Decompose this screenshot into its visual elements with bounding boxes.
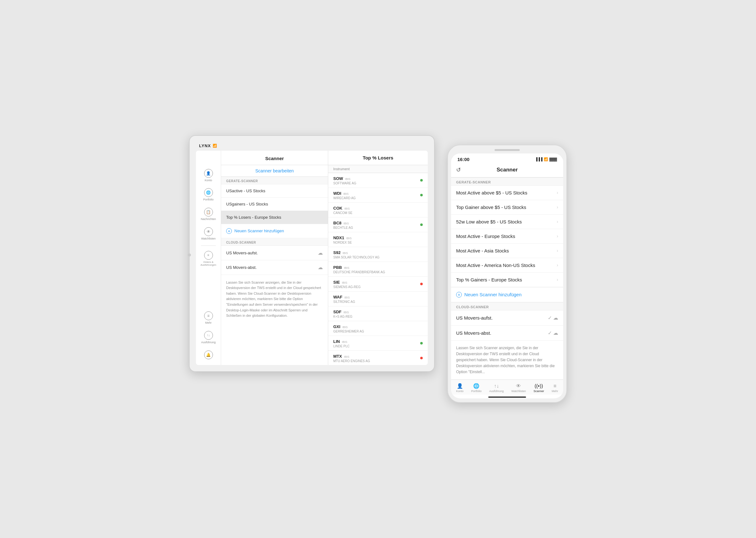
signal-icon: ▐▐▐	[535, 157, 543, 161]
sidebar-item-bell[interactable]: 🔔	[196, 348, 221, 362]
result-row[interactable]: SIE IBIS SIEMENS AG-REG	[328, 277, 428, 292]
phone-cloud-item[interactable]: US Movers-abst. ✓ ☁	[451, 326, 563, 341]
sidebar-label-konto: Konto	[205, 179, 212, 182]
phone-gerate-item-label: Most Active - Asia Stocks	[456, 248, 509, 253]
result-exchange: IBIS	[343, 311, 349, 314]
refresh-icon[interactable]: ↺	[456, 166, 461, 173]
sidebar-label-ausfuhrung: Ausführung	[201, 341, 215, 344]
result-row[interactable]: GXI IBIS GERRESHEIMER AG	[328, 321, 428, 336]
phone-tab-konto[interactable]: 👤 Konto	[453, 382, 466, 393]
result-ticker: COK	[333, 206, 342, 211]
scanner-list-panel: Scanner Scanner bearbeiten GERATE-SCANNE…	[221, 151, 328, 365]
result-row[interactable]: SOW IBIS SOFTWARE AG	[328, 173, 428, 188]
result-ticker: SIE	[333, 280, 340, 285]
result-name: LINDE PLC	[333, 345, 350, 348]
phone-gerate-item[interactable]: Top % Gainers - Europe Stocks ›	[451, 273, 563, 287]
phone-tab-scanner[interactable]: ((•)) Scanner	[531, 383, 547, 393]
phone-gerate-list: Most Active above $5 - US Stocks › Top G…	[451, 186, 563, 287]
result-status-dot	[420, 357, 423, 359]
gerate-section-label: GERATE-SCANNER	[221, 177, 328, 185]
tablet-side-button	[188, 253, 191, 256]
result-ticker: WAF	[333, 295, 342, 299]
phone-gerate-item-label: 52w Low above $5 - US Stocks	[456, 219, 522, 224]
tablet-logo: LYNX	[199, 143, 211, 148]
results-header: Top % Losers	[328, 151, 428, 165]
result-row[interactable]: COK IBIS CANCOM SE	[328, 203, 428, 217]
phone-gerate-item[interactable]: Most Active - Asia Stocks ›	[451, 243, 563, 258]
phone-tab-mehr[interactable]: ≡ Mehr	[549, 383, 561, 393]
phone-gerate-item[interactable]: Most Active - America Non-US Stocks ›	[451, 258, 563, 273]
tab-label: Scanner	[534, 390, 544, 393]
result-row[interactable]: SDF IBIS K+S AG-REG	[328, 306, 428, 321]
scanner-add-button[interactable]: + Neuen Scanner hinzufügen	[221, 224, 328, 238]
chevron-right-icon: ›	[557, 190, 558, 195]
sidebar-bottom: ≡ Mehr ↑↓ Ausführung 🔔	[196, 309, 221, 365]
results-list: SOW IBIS SOFTWARE AG WDI IBIS WIRECARD A…	[328, 173, 428, 365]
result-row[interactable]: NDX1 IBIS NORDEX SE	[328, 232, 428, 247]
phone-tab-watchlisten[interactable]: 👁 Watchlisten	[509, 383, 528, 393]
phone-cloud-item[interactable]: US Movers-aufst. ✓ ☁	[451, 310, 563, 326]
phone-device: 16:00 ▐▐▐ 📶 ▓▓▓ ↺ Scanner GERATE-SCANNER…	[447, 145, 567, 403]
sidebar-item-watchlisten[interactable]: 👁 Watchlisten	[196, 225, 221, 243]
phone-gerate-item-label: Top % Gainers - Europe Stocks	[456, 277, 522, 282]
tab-icon: ≡	[553, 383, 556, 389]
tab-label: Ausführung	[489, 390, 504, 393]
scanner-item-usactive[interactable]: USactive - US Stocks	[221, 185, 328, 198]
phone-tab-ausführung[interactable]: ↑↓ Ausführung	[487, 383, 506, 393]
sidebar-item-nachrichten[interactable]: 📋 Nachrichten	[196, 205, 221, 224]
result-info: SOW IBIS SOFTWARE AG	[333, 176, 356, 185]
result-status-dot	[420, 297, 423, 300]
result-exchange: IBIS	[346, 237, 352, 240]
result-status-dot	[420, 312, 423, 315]
phone-add-button[interactable]: + Neuen Scanner hinzufügen	[451, 287, 563, 302]
sidebar-label-portfolio: Portfolio	[203, 198, 213, 201]
cloud-upload-icon: ☁	[318, 250, 323, 256]
result-row[interactable]: BC8 IBIS BECHTLE AG	[328, 217, 428, 232]
result-name: MTU AERO ENGINES AG	[333, 359, 370, 363]
results-panel: Top % Losers Instrument SOW IBIS SOFTWAR…	[328, 151, 428, 365]
result-row[interactable]: WDI IBIS WIRECARD AG	[328, 188, 428, 203]
result-exchange: IBIS	[344, 355, 349, 358]
cloud-item-abst[interactable]: US Movers-abst. ☁	[221, 260, 328, 275]
scanner-item-usgainers[interactable]: USgainers - US Stocks	[221, 198, 328, 211]
result-info: MTX IBIS MTU AERO ENGINES AG	[333, 353, 370, 363]
tab-label: Portfolio	[471, 390, 482, 393]
phone-gerate-item[interactable]: 52w Low above $5 - US Stocks ›	[451, 215, 563, 229]
scanner-add-label: Neuen Scanner hinzufügen	[234, 229, 284, 233]
result-exchange: IBIS	[342, 281, 347, 284]
result-info: SDF IBIS K+S AG-REG	[333, 309, 353, 318]
result-status-dot	[420, 179, 423, 182]
tab-label: Konto	[456, 390, 464, 393]
result-ticker: MTX	[333, 354, 342, 359]
result-row[interactable]: WAF IBIS SILTRONIC AG	[328, 292, 428, 306]
result-info: BC8 IBIS BECHTLE AG	[333, 220, 353, 230]
tab-icon: 👤	[457, 383, 463, 389]
result-row[interactable]: PBB IBIS DEUTSCHE PFANDBRIEFBANK AG	[328, 262, 428, 277]
result-info: S92 IBIS SMA SOLAR TECHNOLOGY AG	[333, 249, 380, 259]
result-status-dot	[420, 327, 423, 330]
cloud-item-aufst[interactable]: US Movers-aufst. ☁	[221, 246, 328, 260]
phone-gerate-item[interactable]: Most Active - Europe Stocks ›	[451, 229, 563, 243]
sidebar-item-mehr[interactable]: ≡ Mehr	[196, 309, 221, 327]
phone-tab-portfolio[interactable]: 🌐 Portfolio	[469, 382, 484, 393]
result-name: DEUTSCHE PFANDBRIEFBANK AG	[333, 270, 385, 274]
sidebar-item-konto[interactable]: 👤 Konto	[196, 166, 221, 185]
chevron-right-icon: ›	[557, 234, 558, 239]
sidebar-item-portfolio[interactable]: 🌐 Portfolio	[196, 186, 221, 204]
chevron-right-icon: ›	[557, 248, 558, 253]
phone-gerate-item[interactable]: Top Gainer above $5 - US Stocks ›	[451, 200, 563, 215]
mehr-icon: ≡	[204, 311, 213, 320]
phone-gerate-item[interactable]: Most Active above $5 - US Stocks ›	[451, 186, 563, 200]
result-row[interactable]: S92 IBIS SMA SOLAR TECHNOLOGY AG	[328, 247, 428, 262]
cloud-upload-icon-2: ☁	[318, 264, 323, 270]
result-row[interactable]: MTX IBIS MTU AERO ENGINES AG	[328, 351, 428, 365]
result-name: GERRESHEIMER AG	[333, 330, 364, 333]
phone-status-icons: ▐▐▐ 📶 ▓▓▓	[535, 157, 557, 161]
result-row[interactable]: LIN IBIS LINDE PLC	[328, 336, 428, 351]
sidebar-item-ausfuhrung[interactable]: ↑↓ Ausführung	[196, 328, 221, 347]
result-ticker: SDF	[333, 309, 342, 314]
sidebar-divider	[201, 245, 216, 246]
scanner-edit-button[interactable]: Scanner bearbeiten	[221, 165, 328, 177]
sidebar-item-orders[interactable]: ≡ Orders & Ausführungen	[196, 248, 221, 269]
scanner-item-top-losers[interactable]: Top % Losers - Europe Stocks	[221, 211, 328, 224]
